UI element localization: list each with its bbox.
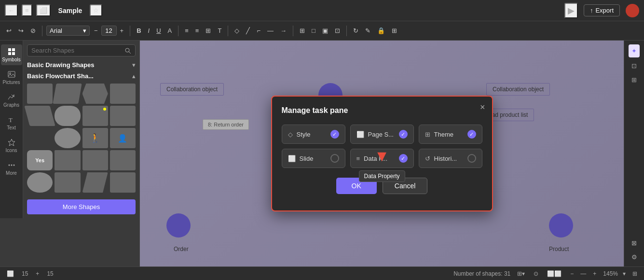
undo-button[interactable]: ↩ bbox=[4, 26, 14, 36]
play-button[interactable]: ▶ bbox=[564, 3, 578, 18]
flowchart-collapse-icon: ▴ bbox=[132, 72, 136, 80]
layout-button[interactable]: ⊞▾ bbox=[515, 269, 527, 278]
rect-button[interactable]: □ bbox=[309, 26, 318, 36]
main-area: Symbols Pictures Graphs T Text Icons bbox=[0, 41, 644, 266]
modal-item-history[interactable]: ↺ Histori... bbox=[419, 149, 482, 168]
shape-item[interactable] bbox=[27, 84, 53, 104]
font-decrease-button[interactable]: − bbox=[92, 26, 100, 36]
shape-item[interactable] bbox=[110, 172, 136, 193]
data-property-tooltip: Data Property bbox=[358, 170, 405, 182]
sidebar-item-text[interactable]: T Text bbox=[1, 112, 22, 133]
align-left-button[interactable]: ≡ bbox=[182, 26, 191, 36]
italic-button[interactable]: I bbox=[146, 26, 152, 36]
shape-item[interactable] bbox=[27, 172, 53, 193]
svg-rect-1 bbox=[12, 48, 15, 51]
lock-button[interactable]: 🔒 bbox=[375, 26, 387, 36]
magic-button[interactable]: ✦ bbox=[629, 44, 640, 57]
shape-item[interactable] bbox=[82, 106, 108, 126]
search-replace-button[interactable]: ⊙ bbox=[532, 269, 540, 278]
modal-item-slide[interactable]: ⬜ Slide bbox=[282, 149, 345, 168]
shape-item[interactable]: 👤 bbox=[110, 128, 136, 148]
text-button[interactable]: T bbox=[215, 26, 224, 36]
shape-item[interactable] bbox=[55, 150, 80, 170]
modal-item-style[interactable]: ◇ Style bbox=[282, 125, 345, 144]
rotate-button[interactable]: ↻ bbox=[351, 26, 361, 36]
modal-item-page-setup[interactable]: ⬜ Page S... ▼ bbox=[350, 125, 414, 144]
menu-button[interactable]: ≡ bbox=[22, 4, 32, 16]
grid-button[interactable]: ⊞ bbox=[630, 74, 639, 85]
more-button[interactable]: ⊞ bbox=[389, 26, 399, 36]
zoom-out-button[interactable]: − bbox=[568, 269, 575, 278]
style-checkbox[interactable] bbox=[330, 130, 339, 139]
shape-item[interactable] bbox=[55, 106, 80, 126]
svg-marker-7 bbox=[8, 139, 15, 146]
format-button[interactable]: ⊘ bbox=[28, 26, 38, 36]
paint-button[interactable]: ◇ bbox=[232, 26, 242, 36]
canvas-area[interactable]: Collaboration object Collaboration objec… bbox=[140, 41, 624, 266]
modal-item-theme[interactable]: ⊞ Theme bbox=[419, 125, 482, 144]
fit-view-button[interactable]: ⊞ bbox=[630, 269, 639, 278]
bold-button[interactable]: B bbox=[134, 26, 143, 36]
shadow-rect-button[interactable]: ▣ bbox=[320, 26, 330, 36]
svg-rect-2 bbox=[8, 52, 11, 55]
shape-item[interactable] bbox=[82, 172, 108, 193]
path-button[interactable]: ⌐ bbox=[254, 26, 263, 36]
svg-rect-0 bbox=[8, 48, 11, 51]
modal-close-button[interactable]: × bbox=[480, 102, 485, 112]
add-page-button[interactable]: + bbox=[34, 269, 41, 278]
shape-item[interactable]: Yes bbox=[27, 150, 53, 170]
table-button[interactable]: ⊞ bbox=[297, 26, 307, 36]
search-input[interactable] bbox=[31, 47, 124, 54]
slide-checkbox[interactable] bbox=[330, 154, 339, 163]
tab-button[interactable]: ⬜ bbox=[36, 4, 51, 16]
basic-drawing-title: Basic Drawing Shapes bbox=[27, 61, 94, 69]
zoom-button[interactable]: ⊠ bbox=[630, 238, 639, 249]
underline-button[interactable]: U bbox=[154, 26, 163, 36]
redo-button[interactable]: ↪ bbox=[16, 26, 26, 36]
theme-checkbox[interactable] bbox=[467, 130, 476, 139]
pages-view-button[interactable]: ⬜⬜ bbox=[545, 269, 563, 278]
sidebar-item-symbols[interactable]: Symbols bbox=[1, 44, 22, 65]
shape-item[interactable] bbox=[110, 150, 136, 170]
sidebar-item-icons[interactable]: Icons bbox=[1, 135, 22, 156]
shape-item[interactable] bbox=[110, 106, 136, 126]
shape-item[interactable] bbox=[82, 84, 108, 104]
search-bar[interactable] bbox=[27, 44, 136, 56]
shape-item[interactable] bbox=[53, 84, 82, 104]
basic-flowchart-section-header[interactable]: Basic Flowchart Sha... ▴ bbox=[27, 72, 136, 80]
history-checkbox[interactable] bbox=[467, 154, 476, 163]
sidebar-item-pictures[interactable]: Pictures bbox=[1, 67, 22, 88]
page-setup-checkbox[interactable] bbox=[399, 130, 408, 139]
data-property-checkbox[interactable] bbox=[399, 154, 408, 163]
shape-item[interactable] bbox=[82, 150, 108, 170]
clone-button[interactable]: ⊡ bbox=[332, 26, 343, 36]
export-button[interactable]: ↑ Export bbox=[584, 4, 620, 16]
sidebar-item-graphs[interactable]: Graphs bbox=[1, 90, 22, 111]
font-selector[interactable]: Arial ▾ bbox=[46, 26, 90, 36]
font-color-button[interactable]: A bbox=[165, 26, 175, 36]
arrow-button[interactable]: → bbox=[278, 26, 289, 36]
more-shapes-button[interactable]: More Shapes bbox=[27, 199, 136, 214]
connector-button[interactable]: — bbox=[265, 26, 276, 36]
separator-4 bbox=[228, 26, 228, 36]
edit-button[interactable]: ✎ bbox=[363, 26, 373, 36]
basic-drawing-section-header[interactable]: Basic Drawing Shapes ▾ bbox=[27, 61, 136, 69]
page-panel-button[interactable]: ⬜ bbox=[5, 269, 16, 278]
settings-button[interactable]: ⚙ bbox=[630, 252, 639, 263]
separator-6 bbox=[346, 26, 347, 36]
font-size-input[interactable] bbox=[101, 26, 117, 36]
sidebar-item-more[interactable]: More bbox=[1, 158, 22, 179]
font-increase-button[interactable]: + bbox=[118, 26, 126, 36]
back-button[interactable]: ← bbox=[5, 4, 18, 16]
align-center-button[interactable]: ≡ bbox=[193, 26, 202, 36]
shape-item[interactable] bbox=[110, 84, 136, 104]
align-right-button[interactable]: ⊞ bbox=[203, 26, 213, 36]
shape-item[interactable] bbox=[55, 128, 80, 148]
star-button[interactable]: ☆ bbox=[90, 4, 102, 16]
zoom-in-button[interactable]: + bbox=[591, 269, 598, 278]
shape-item[interactable] bbox=[55, 172, 80, 193]
shape-item[interactable]: 🚶 bbox=[82, 128, 108, 148]
shape-item[interactable] bbox=[24, 106, 55, 126]
line-button[interactable]: ╱ bbox=[244, 26, 252, 36]
fit-page-button[interactable]: ⊡ bbox=[630, 60, 639, 71]
